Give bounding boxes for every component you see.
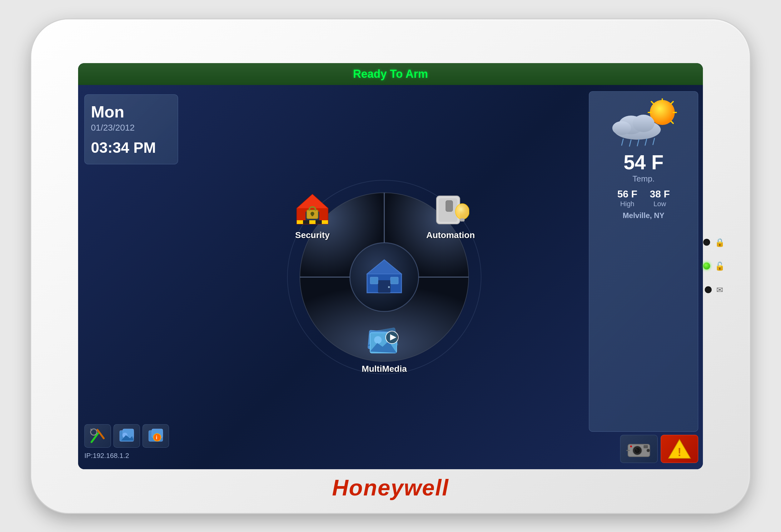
indicator-3: ✉ <box>705 285 723 295</box>
svg-rect-50 <box>390 277 398 284</box>
photos-button[interactable] <box>113 424 140 448</box>
multimedia-label: MultiMedia <box>362 364 407 374</box>
day-name: Mon <box>91 103 171 121</box>
svg-point-61 <box>632 115 655 132</box>
indicator-dot-1 <box>703 239 710 246</box>
temp-label: Temp. <box>632 174 655 184</box>
indicator-dot-2 <box>703 263 710 270</box>
security-label: Security <box>295 230 330 240</box>
svg-point-75 <box>647 449 650 452</box>
left-panel: Mon 01/23/2012 03:34 PM <box>78 85 184 469</box>
temp-row: 56 F High 38 F Low <box>595 189 692 208</box>
automation-menu-item[interactable]: Automation <box>426 193 475 240</box>
svg-point-74 <box>630 446 632 447</box>
svg-line-56 <box>671 121 673 123</box>
svg-rect-35 <box>460 218 464 221</box>
weather-box: 54 F Temp. 56 F High 38 F Low <box>589 91 698 432</box>
center-panel: Security <box>184 85 584 469</box>
datetime-box: Mon 01/23/2012 03:34 PM <box>84 94 178 164</box>
svg-point-72 <box>635 449 637 450</box>
location: Melville, NY <box>623 211 664 220</box>
time-display: 03:34 PM <box>91 139 171 156</box>
svg-rect-24 <box>309 220 316 224</box>
weather-icon-area <box>595 98 692 148</box>
svg-rect-22 <box>297 220 303 224</box>
brand-label: Honeywell <box>332 475 449 500</box>
svg-text:!: ! <box>677 446 681 459</box>
info-button[interactable]: i <box>142 424 169 448</box>
svg-rect-29 <box>312 214 313 216</box>
automation-label: Automation <box>426 230 475 240</box>
multimedia-menu-item[interactable]: MultiMedia <box>362 325 407 374</box>
low-temp-col: 38 F Low <box>650 189 670 208</box>
svg-line-54 <box>671 101 673 104</box>
settings-button[interactable] <box>84 424 111 448</box>
svg-rect-23 <box>303 220 309 224</box>
svg-line-66 <box>645 139 647 145</box>
svg-line-67 <box>653 138 655 145</box>
date-display: 01/23/2012 <box>91 123 171 133</box>
bottom-right-buttons: ! <box>589 432 698 463</box>
low-label: Low <box>654 200 666 208</box>
indicator-2: 🔓 <box>703 261 725 271</box>
lock-icon-2: 🔓 <box>715 261 725 271</box>
camera-button[interactable] <box>620 435 658 463</box>
alert-button[interactable]: ! <box>661 435 698 463</box>
svg-text:i: i <box>156 435 157 440</box>
svg-rect-25 <box>316 220 322 224</box>
temperature-main: 54 F <box>623 151 663 174</box>
main-content: Mon 01/23/2012 03:34 PM <box>78 85 703 469</box>
svg-line-57 <box>651 101 654 104</box>
bottom-icons-row: i <box>84 424 178 448</box>
indicator-1: 🔒 <box>703 237 725 247</box>
security-menu-item[interactable]: Security <box>294 193 331 240</box>
svg-point-62 <box>612 121 631 135</box>
high-label: High <box>620 200 634 208</box>
high-temp-col: 56 F High <box>617 189 637 208</box>
svg-marker-47 <box>367 260 402 274</box>
low-temp: 38 F <box>650 189 670 200</box>
home-button[interactable] <box>359 252 409 302</box>
lock-icon-1: 🔒 <box>715 237 725 247</box>
svg-line-63 <box>622 139 623 145</box>
svg-rect-26 <box>322 220 328 224</box>
bottom-icons-area: i IP:192.168.1.2 <box>84 424 178 460</box>
status-bar: Ready To Arm <box>78 63 703 85</box>
svg-rect-73 <box>644 445 648 448</box>
svg-rect-49 <box>370 277 378 284</box>
svg-point-51 <box>388 286 390 288</box>
side-indicators: 🔒 🔓 ✉ <box>703 237 725 295</box>
mail-icon: ✉ <box>716 285 723 295</box>
indicator-dot-3 <box>705 286 712 293</box>
svg-rect-32 <box>446 201 453 211</box>
high-temp: 56 F <box>617 189 637 200</box>
wheel-wrapper: Security <box>275 168 494 386</box>
ip-address: IP:192.168.1.2 <box>84 452 178 460</box>
screen: Ready To Arm Mon 01/23/2012 03:34 PM <box>78 63 703 469</box>
svg-point-34 <box>455 204 469 219</box>
svg-line-65 <box>637 140 639 146</box>
svg-point-42 <box>374 336 382 343</box>
device-body: Ready To Arm Mon 01/23/2012 03:34 PM <box>31 19 750 513</box>
svg-line-64 <box>629 140 631 146</box>
ready-to-arm-text: Ready To Arm <box>353 68 428 81</box>
right-panel: 54 F Temp. 56 F High 38 F Low <box>584 85 703 469</box>
